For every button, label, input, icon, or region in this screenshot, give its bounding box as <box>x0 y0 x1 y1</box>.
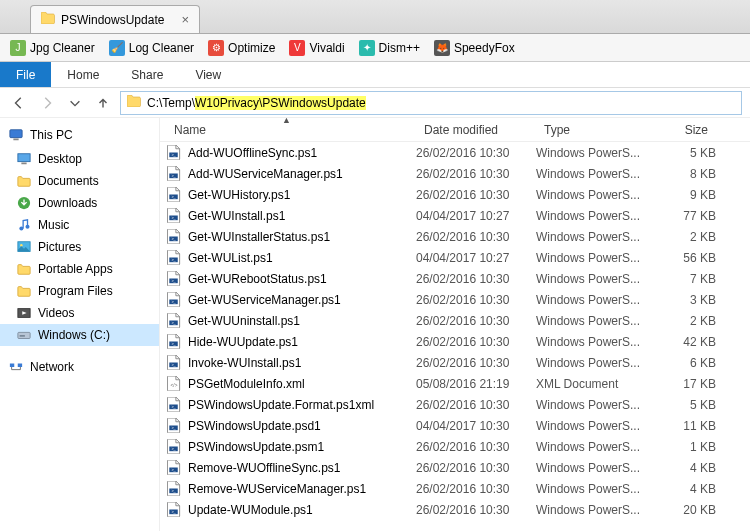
toolbar-item-icon: ✦ <box>359 40 375 56</box>
thispc-icon <box>8 127 24 143</box>
file-date: 04/04/2017 10:27 <box>416 251 536 265</box>
sidebar-item[interactable]: Documents <box>0 170 159 192</box>
sidebar-item-label: Videos <box>38 306 74 320</box>
toolbar-item[interactable]: 🦊SpeedyFox <box>434 40 515 56</box>
folder-icon <box>16 283 32 299</box>
file-type: XML Document <box>536 377 646 391</box>
ribbon-file[interactable]: File <box>0 62 51 87</box>
file-date: 05/08/2016 21:19 <box>416 377 536 391</box>
network-icon <box>8 359 24 375</box>
col-size[interactable]: Size <box>646 123 716 137</box>
sidebar-thispc[interactable]: This PC <box>0 124 159 146</box>
file-row[interactable]: >_Get-WUHistory.ps126/02/2016 10:30Windo… <box>160 184 750 205</box>
file-row[interactable]: >_PSWindowsUpdate.Format.ps1xml26/02/201… <box>160 394 750 415</box>
file-row[interactable]: >_Add-WUOfflineSync.ps126/02/2016 10:30W… <box>160 142 750 163</box>
toolbar-item[interactable]: 🧹Log Cleaner <box>109 40 194 56</box>
file-size: 20 KB <box>646 503 716 517</box>
file-row[interactable]: >_Get-WUUninstall.ps126/02/2016 10:30Win… <box>160 310 750 331</box>
file-row[interactable]: >_PSWindowsUpdate.psm126/02/2016 10:30Wi… <box>160 436 750 457</box>
file-icon: >_ <box>166 166 182 182</box>
ribbon-home[interactable]: Home <box>51 62 115 87</box>
file-name: Get-WUUninstall.ps1 <box>188 314 300 328</box>
file-size: 5 KB <box>646 398 716 412</box>
svg-rect-0 <box>10 130 22 138</box>
browser-tab[interactable]: PSWindowsUpdate × <box>30 5 200 33</box>
file-row[interactable]: >_Update-WUModule.ps126/02/2016 10:30Win… <box>160 499 750 520</box>
toolbar-item[interactable]: VVivaldi <box>289 40 344 56</box>
file-row[interactable]: >_Remove-WUOfflineSync.ps126/02/2016 10:… <box>160 457 750 478</box>
downloads-icon <box>16 195 32 211</box>
file-name: PSWindowsUpdate.psd1 <box>188 419 321 433</box>
file-row[interactable]: >_Get-WURebootStatus.ps126/02/2016 10:30… <box>160 268 750 289</box>
address-bar[interactable]: C:\Temp\W10Privacy\PSWindowsUpdate <box>120 91 742 115</box>
nav-history-button[interactable] <box>64 92 86 114</box>
sidebar-item[interactable]: Downloads <box>0 192 159 214</box>
file-icon: >_ <box>166 460 182 476</box>
file-icon: >_ <box>166 481 182 497</box>
nav-up-button[interactable] <box>92 92 114 114</box>
ribbon-share[interactable]: Share <box>115 62 179 87</box>
file-date: 26/02/2016 10:30 <box>416 461 536 475</box>
file-icon: >_ <box>166 502 182 518</box>
file-date: 04/04/2017 10:30 <box>416 419 536 433</box>
sidebar-item[interactable]: Desktop <box>0 148 159 170</box>
file-type: Windows PowerS... <box>536 482 646 496</box>
file-row[interactable]: >_Get-WUServiceManager.ps126/02/2016 10:… <box>160 289 750 310</box>
file-icon: >_ <box>166 439 182 455</box>
tab-close-icon[interactable]: × <box>181 12 189 27</box>
file-icon: >_ <box>166 187 182 203</box>
file-name: Get-WUServiceManager.ps1 <box>188 293 341 307</box>
file-row[interactable]: >_Add-WUServiceManager.ps126/02/2016 10:… <box>160 163 750 184</box>
sidebar-item-label: Desktop <box>38 152 82 166</box>
file-type: Windows PowerS... <box>536 188 646 202</box>
file-icon: </> <box>166 376 182 392</box>
drive-icon <box>16 327 32 343</box>
sidebar-item[interactable]: Windows (C:) <box>0 324 159 346</box>
videos-icon <box>16 305 32 321</box>
sidebar-item-label: Music <box>38 218 69 232</box>
sort-indicator-icon: ▲ <box>282 118 291 125</box>
toolbar-item[interactable]: ⚙Optimize <box>208 40 275 56</box>
file-date: 26/02/2016 10:30 <box>416 440 536 454</box>
sidebar-item[interactable]: Videos <box>0 302 159 324</box>
file-row[interactable]: >_Get-WUInstallerStatus.ps126/02/2016 10… <box>160 226 750 247</box>
file-list: ▲ Name Date modified Type Size >_Add-WUO… <box>160 118 750 531</box>
file-type: Windows PowerS... <box>536 461 646 475</box>
sidebar-network[interactable]: Network <box>0 356 159 378</box>
sidebar-item[interactable]: Portable Apps <box>0 258 159 280</box>
file-icon: >_ <box>166 418 182 434</box>
browser-tab-bar: PSWindowsUpdate × <box>0 0 750 34</box>
file-name: Get-WUInstall.ps1 <box>188 209 285 223</box>
file-type: Windows PowerS... <box>536 335 646 349</box>
toolbar-item[interactable]: ✦Dism++ <box>359 40 420 56</box>
col-type[interactable]: Type <box>536 123 646 137</box>
nav-back-button[interactable] <box>8 92 30 114</box>
sidebar-item[interactable]: Program Files <box>0 280 159 302</box>
sidebar-item[interactable]: Music <box>0 214 159 236</box>
file-row[interactable]: >_Get-WUInstall.ps104/04/2017 10:27Windo… <box>160 205 750 226</box>
file-row[interactable]: >_Hide-WUUpdate.ps126/02/2016 10:30Windo… <box>160 331 750 352</box>
file-type: Windows PowerS... <box>536 398 646 412</box>
sidebar-item-label: Portable Apps <box>38 262 113 276</box>
col-name[interactable]: Name <box>166 123 416 137</box>
sidebar-item-label: Program Files <box>38 284 113 298</box>
file-size: 4 KB <box>646 461 716 475</box>
file-row[interactable]: >_Get-WUList.ps104/04/2017 10:27Windows … <box>160 247 750 268</box>
file-type: Windows PowerS... <box>536 440 646 454</box>
file-row[interactable]: >_Invoke-WUInstall.ps126/02/2016 10:30Wi… <box>160 352 750 373</box>
toolbar-item[interactable]: JJpg Cleaner <box>10 40 95 56</box>
nav-forward-button[interactable] <box>36 92 58 114</box>
toolbar-item-label: Vivaldi <box>309 41 344 55</box>
sidebar-item[interactable]: Pictures <box>0 236 159 258</box>
file-size: 11 KB <box>646 419 716 433</box>
file-name: Remove-WUServiceManager.ps1 <box>188 482 366 496</box>
file-row[interactable]: </>PSGetModuleInfo.xml05/08/2016 21:19XM… <box>160 373 750 394</box>
file-name: Add-WUOfflineSync.ps1 <box>188 146 317 160</box>
file-name: Get-WUHistory.ps1 <box>188 188 290 202</box>
file-date: 26/02/2016 10:30 <box>416 398 536 412</box>
ribbon-view[interactable]: View <box>179 62 237 87</box>
col-date[interactable]: Date modified <box>416 123 536 137</box>
file-row[interactable]: >_PSWindowsUpdate.psd104/04/2017 10:30Wi… <box>160 415 750 436</box>
file-icon: >_ <box>166 208 182 224</box>
file-row[interactable]: >_Remove-WUServiceManager.ps126/02/2016 … <box>160 478 750 499</box>
